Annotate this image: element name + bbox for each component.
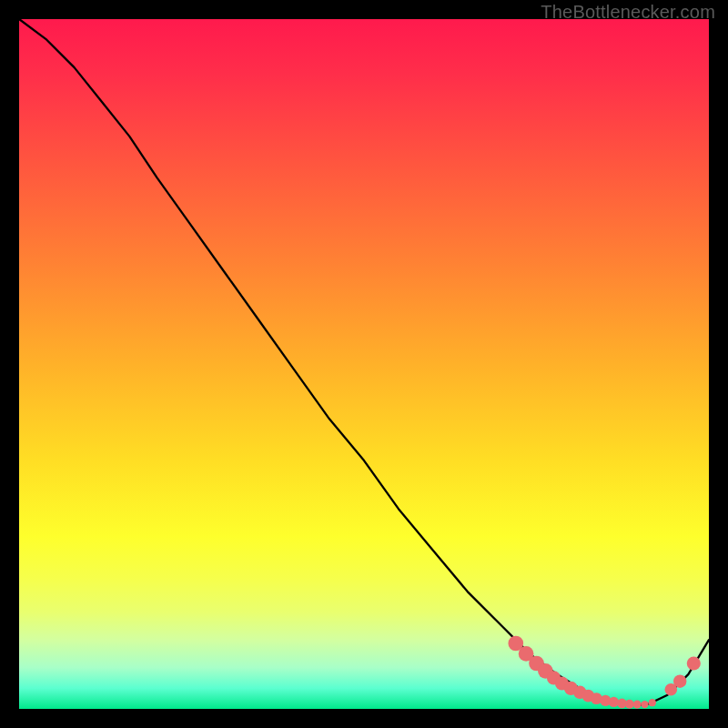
- curve-marker: [687, 656, 701, 670]
- curve-marker: [625, 700, 634, 709]
- curve-marker: [649, 699, 656, 706]
- curve-marker: [641, 701, 648, 708]
- curve-marker: [609, 697, 619, 707]
- curve-markers: [508, 636, 700, 709]
- chart-frame: TheBottlenecker.com: [0, 0, 728, 728]
- chart-overlay: [19, 19, 709, 709]
- bottleneck-curve: [19, 19, 709, 705]
- curve-marker: [633, 701, 642, 709]
- curve-marker: [673, 675, 686, 688]
- watermark-text: TheBottlenecker.com: [541, 2, 715, 23]
